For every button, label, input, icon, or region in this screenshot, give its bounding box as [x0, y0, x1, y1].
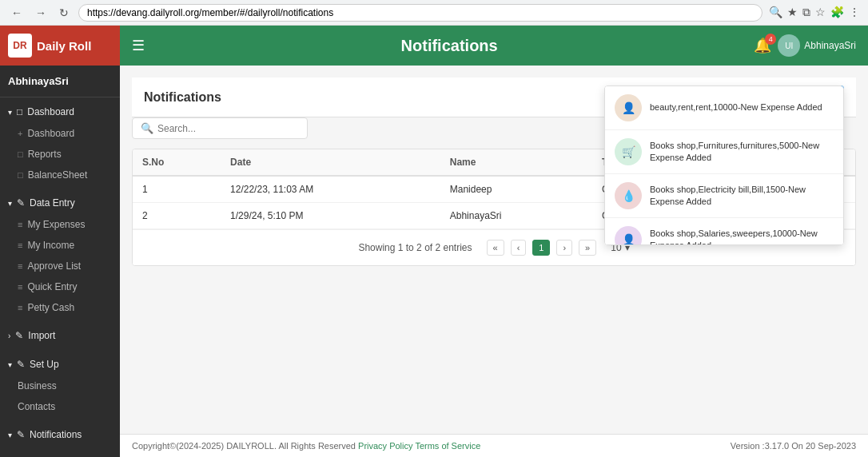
cell-name: Manideep	[440, 176, 592, 203]
sidebar-item-label: BalanceSheet	[28, 169, 88, 181]
sidebar-section-setup: ▾ ✎ Set Up Business Contacts	[0, 350, 120, 420]
notif-icon-char-3: 👤	[622, 233, 635, 245]
section-label-dataentry: Data Entry	[30, 197, 75, 209]
forward-button[interactable]: →	[32, 5, 50, 21]
version-text: Version :3.17.0 On 20 Sep-2023	[731, 441, 856, 451]
sidebar-header-setup[interactable]: ▾ ✎ Set Up	[0, 353, 120, 376]
sidebar-logo: DR Daily Roll	[0, 26, 120, 66]
notif-icon-3: 👤	[615, 226, 642, 245]
notif-icon-char-0: 👤	[622, 101, 635, 114]
sidebar-section-notifications: ▾ ✎ Notifications	[0, 420, 120, 449]
terms-of-service-link[interactable]: Terms of Service	[415, 441, 480, 451]
notifications-dropdown[interactable]: 👤 beauty,rent,rent,10000-New Expense Add…	[604, 85, 844, 245]
sidebar-item-dashboard[interactable]: + Dashboard	[0, 123, 120, 144]
search-icon[interactable]: 🔍	[769, 6, 782, 19]
notif-text-0: beauty,rent,rent,10000-New Expense Added	[650, 101, 822, 113]
section-label-import: Import	[28, 330, 55, 341]
bookmark-icon[interactable]: ★	[787, 6, 798, 19]
refresh-button[interactable]: ↻	[56, 5, 72, 21]
hamburger-icon: ☰	[132, 38, 145, 54]
notif-icon-char-1: 🛒	[622, 145, 635, 158]
col-header-name: Name	[440, 149, 592, 176]
browser-icons: 🔍 ★ ⧉ ☆ 🧩 ⋮	[769, 6, 860, 19]
cell-date: 1/29/24, 5:10 PM	[221, 203, 440, 229]
pagination-last[interactable]: »	[579, 240, 596, 256]
cell-sno: 2	[133, 203, 221, 229]
col-header-sno: S.No	[133, 149, 221, 176]
sidebar-item-label: Petty Cash	[27, 302, 74, 313]
sidebar-item-label: My Income	[27, 240, 74, 251]
section-icon-import: ✎	[15, 330, 23, 341]
notification-badge: 4	[765, 34, 776, 45]
pagination-next[interactable]: ›	[556, 240, 572, 256]
sidebar-header-dashboard[interactable]: ▾ □ Dashboard	[0, 101, 120, 123]
pagination-first[interactable]: «	[487, 240, 504, 256]
section-label-setup: Set Up	[30, 359, 59, 370]
hamburger-button[interactable]: ☰	[132, 37, 145, 54]
list-icon: ≡	[18, 220, 22, 229]
user-info: UI AbhinayaSri	[778, 34, 856, 57]
search-input[interactable]	[157, 123, 299, 134]
pagination-page1[interactable]: 1	[532, 240, 550, 256]
section-icon-setup: ✎	[17, 359, 25, 370]
sidebar-item-balancesheet[interactable]: □ BalanceSheet	[0, 165, 120, 185]
notification-bell[interactable]: 🔔 4	[754, 37, 771, 54]
notif-icon-1: 🛒	[615, 138, 642, 165]
cell-sno: 1	[133, 176, 221, 203]
logo-text: Daily Roll	[37, 39, 91, 53]
section-label-dashboard: Dashboard	[27, 106, 74, 117]
sidebar-item-quickentry[interactable]: ≡ Quick Entry	[0, 276, 120, 297]
sidebar-item-approvelist[interactable]: ≡ Approve List	[0, 256, 120, 276]
header-right: 🔔 4 UI AbhinayaSri	[754, 34, 856, 57]
chevron-down-icon: ▾	[8, 360, 12, 369]
sidebar-item-contacts[interactable]: Contacts	[0, 396, 120, 417]
sidebar-item-myexpenses[interactable]: ≡ My Expenses	[0, 214, 120, 235]
search-icon: 🔍	[141, 122, 153, 134]
doc-icon: □	[18, 149, 23, 159]
section-icon-notifications: ✎	[17, 429, 25, 440]
footer: Copyright©(2024-2025) DAILYROLL. All Rig…	[120, 434, 868, 457]
sidebar-item-business[interactable]: Business	[0, 376, 120, 396]
notif-item-3[interactable]: 👤 Books shop,Salaries,sweepers,10000-New…	[605, 218, 843, 245]
logo-icon: DR	[8, 34, 32, 58]
notif-item-0[interactable]: 👤 beauty,rent,rent,10000-New Expense Add…	[605, 86, 843, 130]
fav-icon[interactable]: ☆	[815, 6, 826, 19]
sidebar-item-label: My Expenses	[27, 219, 85, 230]
notif-icon-2: 💧	[615, 182, 642, 209]
sidebar-item-label: Quick Entry	[27, 281, 77, 292]
chevron-down-icon: ▾	[8, 199, 12, 208]
menu-dots-icon[interactable]: ⋮	[849, 6, 860, 19]
sidebar-header-import[interactable]: › ✎ Import	[0, 324, 120, 347]
url-bar[interactable]	[78, 4, 762, 22]
pagination-showing: Showing 1 to 2 of 2 entries	[358, 242, 472, 253]
notif-item-2[interactable]: 💧 Books shop,Electricity bill,Bill,1500-…	[605, 174, 843, 218]
back-button[interactable]: ←	[8, 5, 26, 21]
sidebar-item-myincome[interactable]: ≡ My Income	[0, 235, 120, 256]
privacy-policy-link[interactable]: Privacy Policy	[358, 441, 412, 451]
app-header: ☰ Notifications 🔔 4 UI AbhinayaSri	[120, 26, 868, 66]
col-header-date: Date	[221, 149, 440, 176]
doc-icon: □	[18, 170, 23, 180]
pagination-prev[interactable]: ‹	[511, 240, 527, 256]
user-image-label: UI	[785, 42, 793, 50]
sidebar-header-dataentry[interactable]: ▾ ✎ Data Entry	[0, 192, 120, 214]
section-label-notifications: Notifications	[30, 429, 82, 440]
chevron-down-icon: ▾	[8, 108, 12, 117]
page-title: Notifications	[153, 37, 746, 55]
tab-icon[interactable]: ⧉	[802, 6, 810, 19]
sidebar-item-pettycash[interactable]: ≡ Petty Cash	[0, 297, 120, 318]
sidebar-header-notifications[interactable]: ▾ ✎ Notifications	[0, 423, 120, 446]
content-header: Notifications d Notification 👤 beauty,re…	[132, 77, 856, 117]
copyright-text: Copyright©(2024-2025) DAILYROLL. All Rig…	[132, 441, 358, 451]
ext-icon[interactable]: 🧩	[830, 6, 844, 19]
search-bar: 🔍	[132, 117, 308, 139]
content-body: Notifications d Notification 👤 beauty,re…	[120, 66, 868, 434]
sidebar-section-dataentry: ▾ ✎ Data Entry ≡ My Expenses ≡ My Income…	[0, 189, 120, 321]
sidebar-username: AbhinayaSri	[8, 75, 69, 87]
notif-text-3: Books shop,Salaries,sweepers,10000-New E…	[650, 228, 834, 245]
sidebar-user: AbhinayaSri	[0, 66, 120, 97]
notif-item-1[interactable]: 🛒 Books shop,Furnitures,furnitures,5000-…	[605, 130, 843, 174]
sidebar-item-reports[interactable]: □ Reports	[0, 144, 120, 165]
section-icon-dashboard: □	[17, 106, 22, 117]
chevron-down-icon: ▾	[8, 431, 12, 439]
